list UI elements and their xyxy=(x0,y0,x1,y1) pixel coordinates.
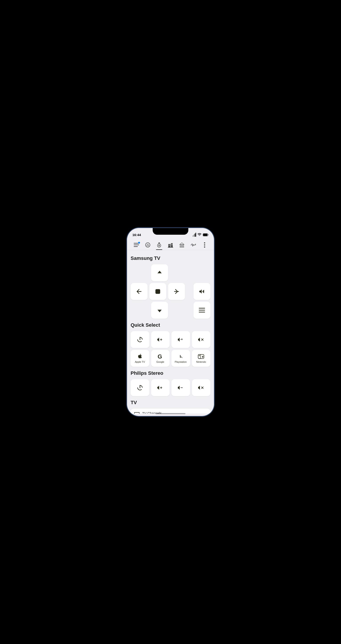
svg-rect-51 xyxy=(134,412,139,414)
nav-museum[interactable] xyxy=(177,241,187,250)
svg-rect-39 xyxy=(198,354,201,359)
notch xyxy=(153,228,188,235)
svg-rect-19 xyxy=(172,245,173,245)
wifi-icon xyxy=(197,233,201,236)
ps-speaker-minus-icon xyxy=(178,384,184,391)
svg-point-20 xyxy=(204,242,205,244)
svg-rect-17 xyxy=(172,244,173,244)
hamburger-icon xyxy=(199,307,205,313)
svg-rect-26 xyxy=(199,308,205,309)
vol-up-btn[interactable]: + xyxy=(193,283,210,300)
arrow-right-icon xyxy=(173,288,180,294)
playstation-label: Playstation xyxy=(175,360,187,363)
ps-mute-icon xyxy=(198,384,204,391)
nav-home[interactable] xyxy=(143,241,153,250)
svg-rect-4 xyxy=(134,245,139,246)
playstation-logo-icon xyxy=(178,354,184,360)
svg-rect-13 xyxy=(170,245,170,245)
quick-select-title: Quick Select xyxy=(131,322,210,328)
svg-rect-18 xyxy=(171,245,172,245)
ps-speaker-plus-icon xyxy=(157,384,163,391)
nav-activity[interactable] xyxy=(188,241,198,250)
home-icon xyxy=(145,242,150,248)
qs-row-1 xyxy=(131,331,210,348)
ps-mute-button[interactable] xyxy=(192,379,211,396)
apple-tv-label: Apple TV xyxy=(135,360,145,363)
apple-logo-icon xyxy=(137,354,143,360)
mute-button[interactable] xyxy=(192,331,211,348)
dpad-center-btn[interactable] xyxy=(149,283,166,300)
apple-tv-button[interactable]: Apple TV xyxy=(131,350,149,367)
status-time: 16:44 xyxy=(132,233,141,237)
samsung-tv-section: Samsung TV xyxy=(131,256,210,319)
philips-stereo-section: Philips Stereo xyxy=(131,370,210,396)
nintendo-label: Nintendo xyxy=(196,360,206,363)
nintendo-logo-icon xyxy=(198,354,204,360)
google-button[interactable]: G Google xyxy=(151,350,170,367)
svg-point-40 xyxy=(199,355,200,356)
signal-bars-icon xyxy=(193,233,196,237)
mute-icon xyxy=(198,336,204,343)
tv-title: TV xyxy=(131,400,210,406)
square-icon xyxy=(155,288,161,294)
svg-rect-23 xyxy=(156,290,160,294)
volume-up-icon: + xyxy=(199,288,205,294)
svg-point-8 xyxy=(158,245,160,246)
svg-rect-9 xyxy=(168,244,171,247)
qs-row-2: Apple TV G Google xyxy=(131,350,210,367)
svg-rect-14 xyxy=(169,246,169,246)
tv-channels-item[interactable]: TV Channels Google xyxy=(131,408,210,414)
philips-controls-row xyxy=(131,379,210,396)
museum-icon xyxy=(179,242,185,248)
arrow-up-icon xyxy=(156,270,163,276)
main-content: Samsung TV xyxy=(127,250,214,414)
nav-menu[interactable] xyxy=(132,241,141,250)
status-icons xyxy=(193,233,209,237)
vol-plus-button[interactable] xyxy=(151,331,170,348)
svg-rect-5 xyxy=(134,246,138,247)
svg-rect-15 xyxy=(170,246,170,246)
nav-remote[interactable] xyxy=(154,241,164,250)
ps-vol-minus-button[interactable] xyxy=(171,379,190,396)
google-logo-icon: G xyxy=(157,354,163,360)
svg-rect-11 xyxy=(168,247,173,248)
dpad-right-btn[interactable] xyxy=(168,283,185,300)
remote-icon xyxy=(156,242,162,248)
ps-power-icon xyxy=(137,384,143,391)
svg-rect-28 xyxy=(199,312,205,312)
arrow-down-icon xyxy=(156,307,163,313)
playstation-button[interactable]: Playstation xyxy=(171,350,190,367)
samsung-tv-title: Samsung TV xyxy=(131,256,210,261)
dpad-up-btn[interactable] xyxy=(151,264,168,281)
svg-rect-12 xyxy=(169,245,169,245)
speaker-minus-icon xyxy=(178,336,184,343)
svg-point-6 xyxy=(146,243,150,247)
more-dots-icon xyxy=(202,242,207,248)
ps-vol-plus-button[interactable] xyxy=(151,379,170,396)
arrow-left-icon xyxy=(136,288,142,294)
svg-rect-16 xyxy=(171,244,172,244)
home-indicator xyxy=(156,413,185,414)
activity-icon xyxy=(191,242,196,248)
ps-power-button[interactable] xyxy=(131,379,149,396)
nintendo-button[interactable]: Nintendo xyxy=(192,350,211,367)
svg-point-21 xyxy=(204,244,205,246)
tv-section: TV TV Channels Google xyxy=(131,400,210,414)
tv-channel-icon xyxy=(134,412,140,414)
svg-rect-2 xyxy=(203,234,207,236)
dpad-down-btn[interactable] xyxy=(151,302,168,319)
nav-more[interactable] xyxy=(200,241,209,250)
buildings-icon xyxy=(168,242,173,248)
svg-rect-1 xyxy=(208,234,209,236)
power-icon xyxy=(137,336,143,343)
power-button[interactable] xyxy=(131,331,149,348)
monitor-icon xyxy=(134,412,140,414)
menu-btn[interactable] xyxy=(193,302,210,319)
phone-frame: 16:44 xyxy=(127,228,214,416)
vol-minus-button[interactable] xyxy=(171,331,190,348)
nav-buildings[interactable] xyxy=(166,241,175,250)
dpad-left-btn[interactable] xyxy=(131,283,148,300)
svg-text:+: + xyxy=(203,290,204,292)
dpad-container: + xyxy=(131,264,210,319)
svg-rect-7 xyxy=(157,244,161,247)
